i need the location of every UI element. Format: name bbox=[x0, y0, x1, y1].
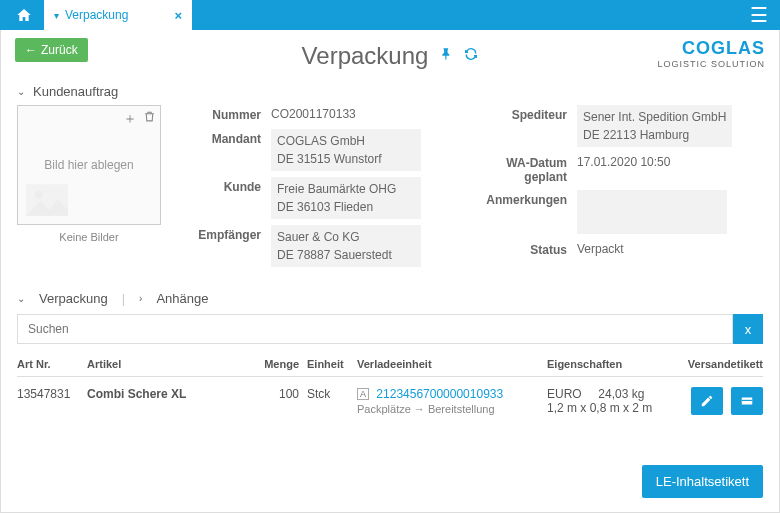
brand-logo: COGLAS LOGISTIC SOLUTION bbox=[657, 38, 765, 69]
tab-anhaenge[interactable]: Anhänge bbox=[156, 291, 208, 306]
col-artnr: Art Nr. bbox=[17, 358, 87, 370]
edit-button[interactable] bbox=[691, 387, 723, 415]
label-empfaenger: Empfänger bbox=[171, 225, 271, 267]
expand-anhaenge-icon[interactable]: › bbox=[139, 293, 142, 304]
value-kunde: Freie Baumärkte OHG DE 36103 Flieden bbox=[271, 177, 421, 219]
table-row: 13547831 Combi Schere XL 100 Stck A 2123… bbox=[17, 377, 763, 425]
le-badge: A bbox=[357, 388, 369, 400]
chevron-down-icon: ▾ bbox=[54, 10, 59, 21]
section-title-order: Kundenauftrag bbox=[33, 84, 118, 99]
shipping-label-button[interactable] bbox=[731, 387, 763, 415]
tab-verpackung-body[interactable]: Verpackung bbox=[39, 291, 108, 306]
label-nummer: Nummer bbox=[171, 105, 271, 123]
label-mandant: Mandant bbox=[171, 129, 271, 171]
le-link[interactable]: 2123456700000010933 bbox=[376, 387, 503, 401]
search-clear-button[interactable]: x bbox=[733, 314, 763, 344]
col-einheit: Einheit bbox=[307, 358, 357, 370]
search-input[interactable] bbox=[17, 314, 733, 344]
collapse-order-icon[interactable]: ⌄ bbox=[17, 86, 25, 97]
value-status: Verpackt bbox=[577, 240, 624, 258]
value-anmerkungen[interactable] bbox=[577, 190, 727, 234]
cell-verlade: A 2123456700000010933 Packplätze → Berei… bbox=[357, 387, 547, 415]
value-mandant: COGLAS GmbH DE 31515 Wunstorf bbox=[271, 129, 421, 171]
cell-artnr: 13547831 bbox=[17, 387, 87, 401]
cell-menge: 100 bbox=[247, 387, 307, 401]
value-wa-datum: 17.01.2020 10:50 bbox=[577, 153, 670, 184]
le-content-label-button[interactable]: LE-Inhaltsetikett bbox=[642, 465, 763, 498]
col-verlade: Verladeeinheit bbox=[357, 358, 547, 370]
value-nummer: CO2001170133 bbox=[271, 105, 356, 123]
col-artikel: Artikel bbox=[87, 358, 247, 370]
cell-eigen: EURO 24,03 kg 1,2 m x 0,8 m x 2 m bbox=[547, 387, 677, 415]
tab-label: Verpackung bbox=[65, 8, 128, 22]
le-sub: Packplätze → Bereitstellung bbox=[357, 403, 547, 415]
svg-point-1 bbox=[34, 191, 42, 199]
collapse-packing-icon[interactable]: ⌄ bbox=[17, 293, 25, 304]
pin-icon[interactable] bbox=[440, 47, 454, 65]
cell-einheit: Stck bbox=[307, 387, 357, 401]
col-menge: Menge bbox=[247, 358, 307, 370]
col-versand: Versandetikett bbox=[677, 358, 763, 370]
tab-close-button[interactable]: × bbox=[174, 8, 182, 23]
value-spediteur: Sener Int. Spedition GmbH DE 22113 Hambu… bbox=[577, 105, 732, 147]
value-empfaenger: Sauer & Co KG DE 78887 Sauerstedt bbox=[271, 225, 421, 267]
image-dropzone[interactable]: ＋ Bild hier ablegen bbox=[17, 105, 161, 225]
label-spediteur: Spediteur bbox=[477, 105, 577, 147]
image-caption: Keine Bilder bbox=[17, 231, 161, 243]
label-wa-datum: WA-Datum geplant bbox=[477, 153, 577, 184]
label-anmerkungen: Anmerkungen bbox=[477, 190, 577, 234]
label-kunde: Kunde bbox=[171, 177, 271, 219]
col-eigen: Eigenschaften bbox=[547, 358, 677, 370]
label-status: Status bbox=[477, 240, 577, 258]
delete-image-icon[interactable] bbox=[143, 110, 156, 128]
svg-rect-3 bbox=[742, 400, 753, 401]
home-button[interactable] bbox=[8, 0, 40, 30]
add-image-icon[interactable]: ＋ bbox=[123, 110, 137, 128]
page-title: Verpackung bbox=[302, 42, 429, 70]
menu-button[interactable]: ☰ bbox=[746, 3, 772, 27]
cell-artikel: Combi Schere XL bbox=[87, 387, 247, 401]
refresh-icon[interactable] bbox=[464, 47, 478, 65]
tab-verpackung[interactable]: ▾ Verpackung × bbox=[44, 0, 192, 30]
